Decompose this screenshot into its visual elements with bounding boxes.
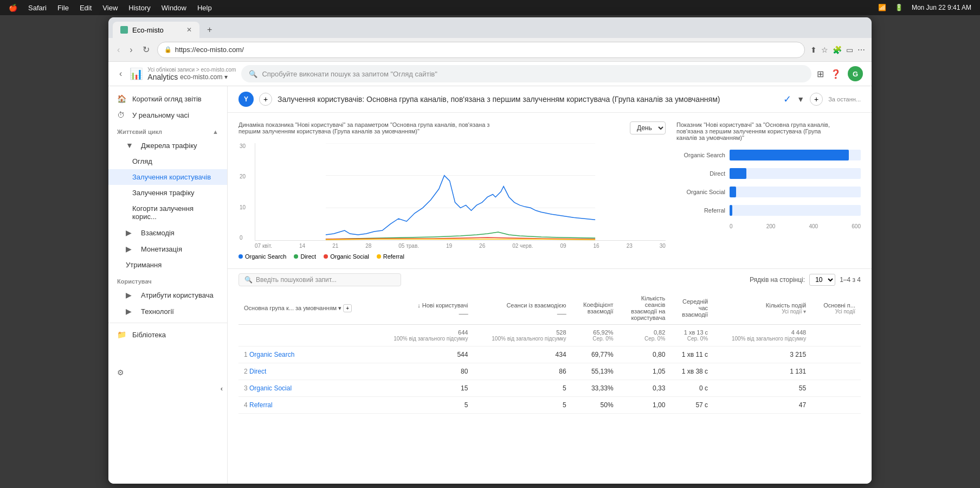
col-avg-time[interactable]: Середнійчасвзаємодії [670,292,713,325]
row3-spu: 0,33 [619,380,671,397]
ga-domain[interactable]: eco-misto.com ▾ [180,73,227,81]
add-comparison-btn[interactable]: + [259,93,272,106]
bar-fill-direct [730,168,746,179]
col-channel[interactable]: Основна група к... за умовчанням ▾ + [238,292,375,325]
sidebar-item-settings[interactable]: ⚙ [108,364,227,381]
col-spu[interactable]: Кількістьсеансіввзаємодії накористувача [619,292,671,325]
add-col-btn[interactable]: + [343,304,352,312]
sidebar-item-user-acquisition[interactable]: Залучення користувачів [108,169,227,185]
col-coefficient[interactable]: Коефіцієнтвзаємодії [572,292,619,325]
sidebar-item-user-attributes[interactable]: ▶ Атрибути користувача [108,287,227,303]
main-content: Y + Залучення користувачів: Основна груп… [228,86,872,484]
sidebar-item-realtime[interactable]: ⏱ У реальному часі [108,107,227,123]
summary-avg-sub: Сер. 0% [676,336,708,342]
sidebar-collapse-btn[interactable]: ‹ [108,381,227,396]
window-menu[interactable]: Window [162,4,186,12]
user-avatar[interactable]: G [848,66,863,81]
x-axis: 07 квіт. 14 21 28 05 трав. 19 26 02 черв… [255,243,666,249]
expand-interactions-icon: ▶ [126,228,136,237]
forward-button[interactable]: › [127,43,134,57]
sidebar-item-retention[interactable]: Утримання [108,257,227,273]
period-select[interactable]: День [630,121,666,134]
edit-menu[interactable]: Edit [80,4,92,12]
bar-label-organic-social: Organic Social [676,189,725,195]
lifecycle-collapse-icon[interactable]: ▲ [212,129,218,135]
sidebar-item-library[interactable]: 📁 Бібліотека [108,326,227,343]
url-text: https://eco-misto.com/ [175,46,244,54]
rows-per-page-select[interactable]: 10 [809,274,835,286]
y-0: 0 [240,235,246,241]
add-page-btn[interactable]: + [810,93,823,106]
bookmark-icon[interactable]: ☆ [821,46,828,54]
ga-back-button[interactable]: ‹ [117,67,124,81]
safari-menu[interactable]: Safari [28,4,47,12]
row4-coefficient: 50% [572,397,619,414]
apple-icon[interactable]: 🍎 [9,4,17,12]
ga-search-bar[interactable]: 🔍 Спробуйте виконати пошук за запитом "О… [241,65,811,82]
reload-button[interactable]: ↻ [140,42,152,57]
events-subheader[interactable]: Усі події ▾ [719,309,806,314]
bar-row-organic-social: Organic Social [676,187,861,197]
help-menu[interactable]: Help [197,4,212,12]
rank-3: 3 [244,384,248,392]
referral-legend-label: Referral [383,253,404,260]
ga-analytics-label: Analytics [147,73,178,81]
sidebar-item-technologies[interactable]: ▶ Технології [108,303,227,319]
share-icon[interactable]: ⬆ [810,46,817,54]
bar-x-600: 600 [852,223,861,229]
main-events-subheader[interactable]: Усі події [817,309,855,314]
sidebar-item-interactions[interactable]: ▶ Взаємодія [108,224,227,241]
line-chart-svg [255,143,666,241]
col-events[interactable]: Кількість подій Усі події ▾ [713,292,811,325]
sidebar-item-traffic-sources[interactable]: ▼ Джерела трафіку [108,137,227,153]
expand-tech-icon: ▶ [126,307,136,316]
collapse-icon: ‹ [221,384,223,393]
extension-icon[interactable]: 🧩 [833,46,842,54]
table-search-placeholder: Введіть пошуковий запит... [256,276,337,284]
sidebar-item-overview[interactable]: 🏠 Короткий огляд звітів [108,91,227,107]
bar-fill-organic-search [730,150,849,160]
organic-search-dot [238,254,243,259]
summary-main-events [811,325,861,346]
url-input[interactable]: 🔒 https://eco-misto.com/ [157,42,805,58]
battery-icon: 🔋 [895,4,903,11]
sidebar-item-traffic-acquisition[interactable]: Залучення трафіку [108,185,227,201]
charts-container: Динаміка показника "Нові користувачі" за… [228,113,872,269]
channel-link-1[interactable]: Organic Search [249,351,294,358]
table-search-bar[interactable]: 🔍 Введіть пошуковий запит... [238,273,401,286]
file-menu[interactable]: File [57,4,69,12]
view-menu[interactable]: View [102,4,118,12]
more-icon[interactable]: ⋯ [858,46,865,54]
channel-link-2[interactable]: Direct [249,368,266,375]
history-menu[interactable]: History [128,4,150,12]
bar-label-organic-search: Organic Search [676,152,725,158]
search-icon: 🔍 [249,70,257,78]
page-settings-icon[interactable]: ▼ [797,95,804,104]
x-label-4: 28 [365,243,371,249]
channel-link-3[interactable]: Organic Social [249,384,292,392]
sidebar-item-cohorts[interactable]: Когорти залучення корис... [108,201,227,224]
row4-main-events [811,397,861,414]
new-tab-button[interactable]: + [202,22,217,38]
page-avatar: Y [238,92,254,107]
expand-user-attr-icon: ▶ [126,291,136,299]
tab-close-button[interactable]: ✕ [186,26,192,34]
table-search-icon: 🔍 [244,276,253,284]
active-tab[interactable]: Eco-misto ✕ [113,22,199,38]
row2-coefficient: 55,13% [572,363,619,380]
back-button[interactable]: ‹ [115,43,122,57]
sidebar-item-monetization[interactable]: ▶ Монетизація [108,241,227,257]
apps-icon[interactable]: ⊞ [817,69,824,79]
x-label-3: 21 [332,243,338,249]
col-sessions[interactable]: Сеанси із взаємодією ___ [473,292,571,325]
x-label-8: 02 черв. [512,243,533,249]
row1-new-users: 544 [375,346,473,363]
col-new-users[interactable]: ↓ Нові користувачі ___ [375,292,473,325]
help-icon[interactable]: ❓ [830,69,841,79]
sidebar-toggle-icon[interactable]: ▭ [846,46,853,54]
summary-avg-time: 1 хв 13 с Сер. 0% [670,325,713,346]
col-main-events[interactable]: Основні п... Усі події [811,292,861,325]
row2-events: 1 131 [713,363,811,380]
channel-link-4[interactable]: Referral [249,401,273,409]
sidebar-item-ogliad[interactable]: Огляд [108,153,227,169]
